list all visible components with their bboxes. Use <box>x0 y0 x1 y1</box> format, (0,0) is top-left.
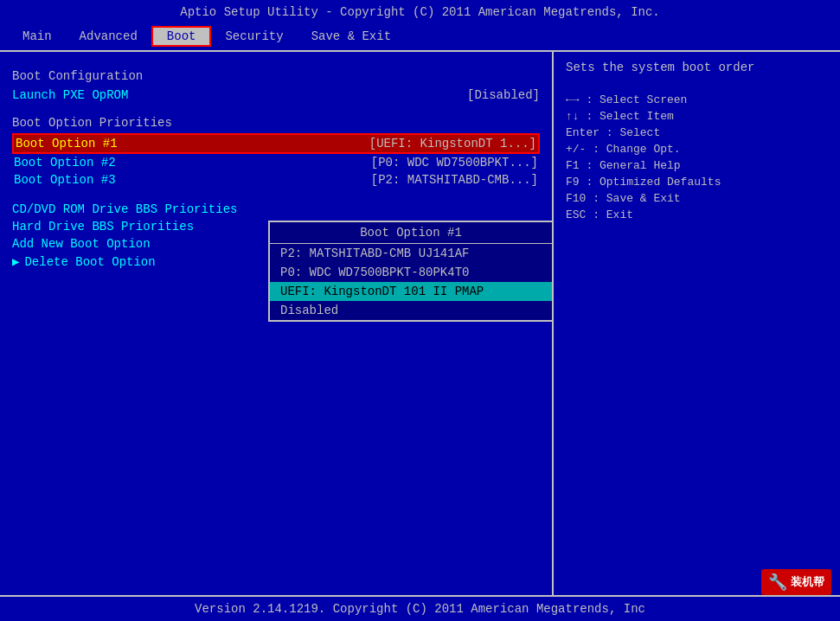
boot-option-priorities-section: Boot Option Priorities Boot Option #1[UE… <box>12 116 540 189</box>
watermark-icon: 🔧 <box>768 573 787 592</box>
help-row-8: ESC : Exit <box>566 207 828 223</box>
menu-item-boot[interactable]: Boot <box>151 26 212 47</box>
launch-pxe-label: Launch PXE OpROM <box>12 88 128 102</box>
help-row-3: Enter : Select <box>566 125 828 141</box>
menu-item-security[interactable]: Security <box>211 28 297 45</box>
launch-pxe-value: [Disabled] <box>467 88 540 102</box>
menu-item-advanced[interactable]: Advanced <box>66 28 151 45</box>
help-row-6: F9 : Optimized Defaults <box>566 174 828 190</box>
other-option-label-1: CD/DVD ROM Drive BBS Priorities <box>12 202 237 216</box>
right-panel-description: Sets the system boot order <box>566 61 828 74</box>
watermark: 🔧 装机帮 <box>761 569 831 595</box>
main-content: Boot Configuration Launch PXE OpROM [Dis… <box>0 50 840 600</box>
popup-title: Boot Option #1 <box>270 222 552 244</box>
boot-configuration-title: Boot Configuration <box>12 69 540 83</box>
right-panel: Sets the system boot order ←→ : Select S… <box>554 52 840 599</box>
boot-options-container: Boot Option #1[UEFI: KingstonDT 1...]Boo… <box>12 133 540 189</box>
boot-option-label-2: Boot Option #2 <box>14 156 116 170</box>
help-row-2: ↑↓ : Select Item <box>566 108 828 125</box>
help-row-4: +/- : Change Opt. <box>566 141 828 157</box>
dropdown-item-3[interactable]: UEFI: KingstonDT 101 II PMAP <box>270 282 552 301</box>
menu-item-save-&-exit[interactable]: Save & Exit <box>298 28 405 45</box>
boot-option-row-3[interactable]: Boot Option #3[P2: MATSHITABD-CMB...] <box>12 171 540 189</box>
boot-option-label-3: Boot Option #3 <box>14 173 116 187</box>
help-row-7: F10 : Save & Exit <box>566 190 828 207</box>
help-row-1: ←→ : Select Screen <box>566 92 828 108</box>
dropdown-item-4[interactable]: Disabled <box>270 301 552 320</box>
dropdown-item-1[interactable]: P2: MATSHITABD-CMB UJ141AF <box>270 244 552 263</box>
title-bar: Aptio Setup Utility - Copyright (C) 2011… <box>0 0 840 22</box>
boot-option-row-2[interactable]: Boot Option #2[P0: WDC WD7500BPKT...] <box>12 154 540 171</box>
watermark-text: 装机帮 <box>791 574 824 590</box>
other-option-label-3: Add New Boot Option <box>12 237 151 251</box>
help-row-5: F1 : General Help <box>566 157 828 174</box>
menu-bar: MainAdvancedBootSecuritySave & Exit <box>0 22 840 50</box>
bottom-bar-text: Version 2.14.1219. Copyright (C) 2011 Am… <box>195 602 645 616</box>
bottom-bar: Version 2.14.1219. Copyright (C) 2011 Am… <box>0 595 840 621</box>
boot-option-value-3: [P2: MATSHITABD-CMB...] <box>371 173 538 187</box>
launch-pxe-row[interactable]: Launch PXE OpROM [Disabled] <box>12 86 540 104</box>
other-option-label-4: Delete Boot Option <box>24 255 155 269</box>
menu-item-main[interactable]: Main <box>9 28 66 45</box>
other-option-label-2: Hard Drive BBS Priorities <box>12 220 194 234</box>
boot-option-value-2: [P0: WDC WD7500BPKT...] <box>371 156 538 170</box>
dropdown-item-2[interactable]: P0: WDC WD7500BPKT-80PK4T0 <box>270 263 552 282</box>
boot-option-label-1: Boot Option #1 <box>16 137 118 150</box>
title-text: Aptio Setup Utility - Copyright (C) 2011… <box>180 5 660 19</box>
other-option-row-1[interactable]: CD/DVD ROM Drive BBS Priorities <box>12 201 540 218</box>
arrow-icon: ▶ <box>12 254 19 269</box>
left-panel: Boot Configuration Launch PXE OpROM [Dis… <box>0 52 554 599</box>
boot-option-dropdown[interactable]: Boot Option #1 P2: MATSHITABD-CMB UJ141A… <box>268 221 554 322</box>
dropdown-items: P2: MATSHITABD-CMB UJ141AFP0: WDC WD7500… <box>270 244 552 320</box>
help-entries: ←→ : Select Screen↑↓ : Select ItemEnter … <box>566 92 828 223</box>
boot-option-row-1[interactable]: Boot Option #1[UEFI: KingstonDT 1...] <box>12 133 540 154</box>
boot-option-value-1: [UEFI: KingstonDT 1...] <box>369 137 536 150</box>
boot-option-priorities-title: Boot Option Priorities <box>12 116 540 130</box>
